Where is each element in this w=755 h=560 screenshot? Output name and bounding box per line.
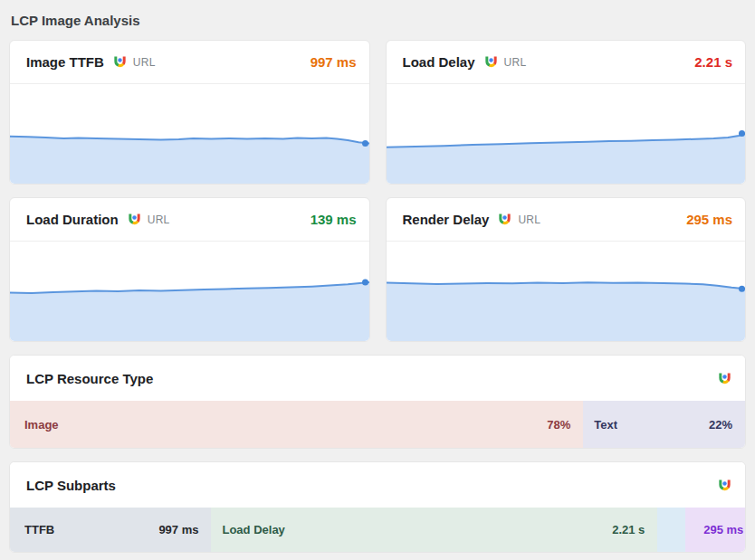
segment-label: TTFB bbox=[24, 523, 54, 536]
subparts-bar: TTFB 997 ms Load Delay 2.21 s 295 ms bbox=[10, 508, 745, 552]
metric-card-load-duration: Load Duration URL 139 ms bbox=[9, 197, 370, 342]
card-header: LCP Subparts bbox=[10, 462, 745, 508]
subparts-segment-ttfb[interactable]: TTFB 997 ms bbox=[10, 508, 211, 552]
sparkline-chart-render-delay[interactable] bbox=[387, 242, 746, 341]
source-label: URL bbox=[504, 56, 527, 69]
lcp-analysis-page: LCP Image Analysis Image TTFB URL 997 ms… bbox=[0, 0, 755, 553]
crux-chrome-icon bbox=[497, 212, 512, 227]
metric-card-render-delay: Render Delay URL 295 ms bbox=[386, 197, 747, 342]
crux-chrome-icon bbox=[483, 54, 499, 70]
metric-value: 997 ms bbox=[311, 54, 357, 70]
segment-label: Image bbox=[24, 418, 59, 432]
crux-chrome-icon[interactable] bbox=[717, 478, 732, 493]
segment-label: Load Delay bbox=[222, 523, 284, 536]
metric-source-indicator[interactable]: URL bbox=[497, 212, 540, 227]
segment-value: 295 ms bbox=[703, 523, 743, 536]
segment-value: 22% bbox=[709, 418, 732, 432]
source-label: URL bbox=[133, 56, 156, 69]
card-title: LCP Subparts bbox=[26, 478, 116, 493]
segment-label: Text bbox=[594, 418, 617, 432]
crux-chrome-icon[interactable] bbox=[717, 371, 732, 386]
card-header: LCP Resource Type bbox=[10, 356, 745, 401]
metric-title: Load Delay bbox=[403, 54, 475, 70]
segment-value: 997 ms bbox=[158, 523, 198, 536]
segment-value: 2.21 s bbox=[612, 523, 645, 536]
metric-card-header: Load Duration URL 139 ms bbox=[10, 198, 369, 242]
subparts-segment-load-duration[interactable] bbox=[657, 508, 685, 552]
metric-card-grid: Image TTFB URL 997 ms Load Delay bbox=[9, 40, 746, 342]
metric-value: 139 ms bbox=[311, 212, 357, 227]
metric-source-indicator[interactable]: URL bbox=[483, 54, 527, 70]
crux-chrome-icon bbox=[112, 54, 128, 70]
metric-card-image-ttfb: Image TTFB URL 997 ms bbox=[9, 40, 370, 185]
metric-value: 295 ms bbox=[686, 212, 732, 227]
page-title: LCP Image Analysis bbox=[11, 13, 746, 28]
crux-chrome-icon bbox=[127, 212, 142, 227]
metric-card-load-delay: Load Delay URL 2.21 s bbox=[386, 40, 747, 185]
source-label: URL bbox=[518, 214, 540, 226]
lcp-subparts-card: LCP Subparts TTFB 997 ms Load Delay 2.21… bbox=[9, 461, 746, 553]
metric-title: Render Delay bbox=[403, 212, 490, 227]
subparts-segment-render-delay[interactable]: 295 ms bbox=[685, 508, 745, 552]
metric-card-header: Render Delay URL 295 ms bbox=[387, 198, 746, 242]
resource-segment-image[interactable]: Image 78% bbox=[10, 401, 583, 448]
resource-segment-text[interactable]: Text 22% bbox=[583, 401, 745, 448]
metric-card-header: Image TTFB URL 997 ms bbox=[10, 41, 369, 84]
metric-card-header: Load Delay URL 2.21 s bbox=[387, 41, 746, 84]
metric-title: Load Duration bbox=[26, 212, 119, 227]
sparkline-chart-load-delay[interactable] bbox=[387, 84, 746, 184]
resource-type-bar: Image 78% Text 22% bbox=[10, 401, 745, 448]
sparkline-chart-image-ttfb[interactable] bbox=[10, 84, 369, 184]
card-title: LCP Resource Type bbox=[26, 371, 153, 386]
metric-value: 2.21 s bbox=[694, 54, 732, 70]
metric-source-indicator[interactable]: URL bbox=[112, 54, 156, 70]
source-label: URL bbox=[148, 214, 170, 226]
metric-source-indicator[interactable]: URL bbox=[127, 212, 170, 227]
sparkline-chart-load-duration[interactable] bbox=[10, 242, 369, 341]
lcp-resource-type-card: LCP Resource Type Image 78% Text 22% bbox=[9, 355, 746, 449]
segment-value: 78% bbox=[547, 418, 570, 432]
metric-title: Image TTFB bbox=[26, 54, 104, 70]
subparts-segment-load-delay[interactable]: Load Delay 2.21 s bbox=[211, 508, 657, 552]
